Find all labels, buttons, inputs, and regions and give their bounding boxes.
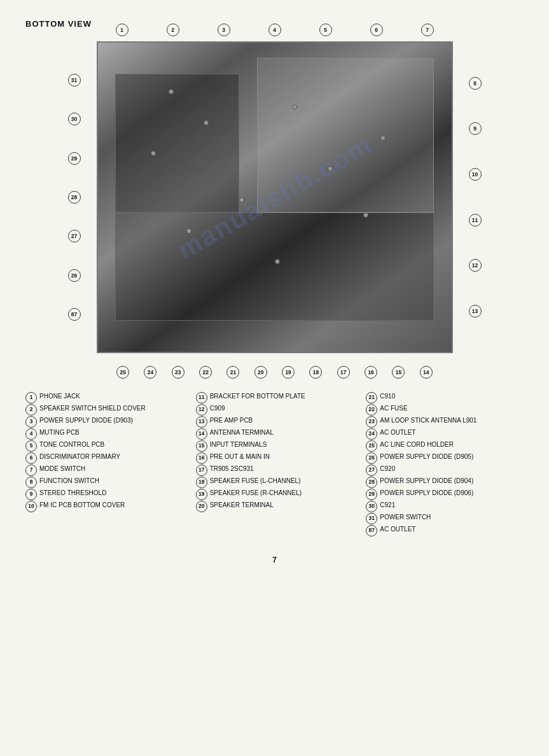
legend-item-24: 24 AC OUTLET — [366, 428, 524, 440]
left-numbers: 31 30 29 28 27 26 87 — [68, 60, 81, 334]
num-6: 6 — [370, 24, 383, 36]
num-3: 3 — [218, 24, 230, 36]
legend-item-2: 2 SPEAKER SWITCH SHIELD COVER — [25, 403, 183, 416]
num-2: 2 — [167, 24, 179, 36]
legend-item-29: 29 POWER SUPPLY DIODE (D906) — [366, 488, 524, 500]
diagram-area: 1 2 3 4 5 6 7 31 30 29 28 27 26 87 8 9 1… — [97, 41, 453, 353]
legend-item-12: 12 C909 — [196, 403, 354, 416]
num-20: 20 — [254, 366, 267, 379]
bottom-numbers: 25 24 23 22 21 20 19 18 17 16 15 14 — [109, 366, 440, 379]
num-30: 30 — [68, 113, 81, 125]
num-87: 87 — [68, 308, 81, 321]
legend: 1 PHONE JACK 2 SPEAKER SWITCH SHIELD COV… — [25, 391, 524, 536]
num-10: 10 — [469, 168, 482, 181]
legend-item-13: 13 PRE AMP PCB — [196, 416, 354, 428]
legend-item-16: 16 PRE OUT & MAIN IN — [196, 452, 354, 464]
num-9: 9 — [469, 122, 482, 135]
legend-item-23: 23 AM LOOP STICK ANTENNA L901 — [366, 416, 524, 428]
circuit-diagram: manualslib.com — [97, 41, 453, 353]
num-27: 27 — [68, 230, 81, 242]
legend-item-18: 18 SPEAKER FUSE (L-CHANNEL) — [196, 476, 354, 488]
num-13: 13 — [469, 305, 482, 318]
legend-item-6: 6 DISCRIMINATOR PRIMARY — [25, 452, 183, 464]
num-25: 25 — [116, 366, 129, 379]
num-16: 16 — [365, 366, 377, 379]
legend-item-14: 14 ANTENNA TERMINAL — [196, 428, 354, 440]
legend-item-8: 8 FUNCTION SWITCH — [25, 476, 183, 488]
legend-item-7: 7 MODE SWITCH — [25, 464, 183, 476]
legend-item-20: 20 SPEAKER TERMINAL — [196, 500, 354, 512]
legend-item-31: 31 POWER SWITCH — [366, 512, 524, 524]
num-29: 29 — [68, 152, 81, 165]
num-1: 1 — [116, 24, 129, 36]
num-11: 11 — [469, 214, 482, 227]
num-4: 4 — [268, 24, 281, 36]
num-28: 28 — [68, 191, 81, 204]
legend-item-21: 21 C910 — [366, 391, 524, 403]
legend-item-9: 9 STEREO THRESHOLD — [25, 488, 183, 500]
legend-item-22: 22 AC FUSE — [366, 403, 524, 416]
num-8: 8 — [469, 77, 482, 90]
num-14: 14 — [420, 366, 433, 379]
legend-item-10: 10 FM IC PCB BOTTOM COVER — [25, 500, 183, 512]
legend-item-3: 3 POWER SUPPLY DIODE (D903) — [25, 416, 183, 428]
legend-item-27: 27 C920 — [366, 464, 524, 476]
legend-item-25: 25 AC LINE CORD HOLDER — [366, 440, 524, 452]
page-number: 7 — [25, 556, 524, 564]
num-22: 22 — [199, 366, 212, 379]
num-18: 18 — [309, 366, 322, 379]
legend-item-15: 15 INPUT TERMINALS — [196, 440, 354, 452]
legend-item-11: 11 BRACKET FOR BOTTOM PLATE — [196, 391, 354, 403]
legend-item-4: 4 MUTING PCB — [25, 428, 183, 440]
legend-item-5: 5 TONE CONTROL PCB — [25, 440, 183, 452]
num-19: 19 — [282, 366, 295, 379]
num-23: 23 — [172, 366, 184, 379]
legend-item-26: 26 POWER SUPPLY DIODE (D905) — [366, 452, 524, 464]
legend-item-87: 87 AC OUTLET — [366, 524, 524, 536]
legend-item-30: 30 C921 — [366, 500, 524, 512]
num-24: 24 — [144, 366, 156, 379]
num-12: 12 — [469, 259, 482, 272]
right-numbers: 8 9 10 11 12 13 — [469, 60, 482, 334]
legend-item-19: 19 SPEAKER FUSE (R-CHANNEL) — [196, 488, 354, 500]
num-21: 21 — [226, 366, 239, 379]
num-17: 17 — [337, 366, 350, 379]
num-15: 15 — [392, 366, 405, 379]
legend-item-17: 17 TR905 2SC931 — [196, 464, 354, 476]
num-5: 5 — [319, 24, 332, 36]
num-26: 26 — [68, 269, 81, 282]
legend-item-28: 28 POWER SUPPLY DIODE (D904) — [366, 476, 524, 488]
legend-item-1: 1 PHONE JACK — [25, 391, 183, 403]
num-31: 31 — [68, 74, 81, 87]
num-7: 7 — [421, 24, 434, 36]
